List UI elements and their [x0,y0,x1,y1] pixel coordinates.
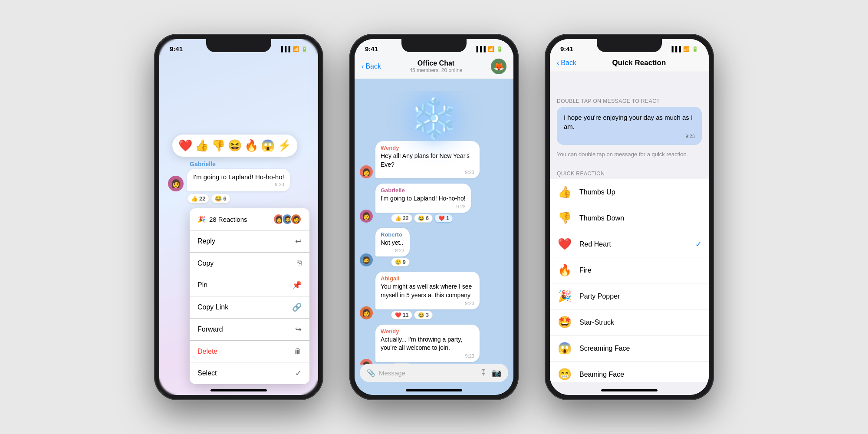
home-indicator-1 [210,389,267,391]
phone-1-screen: 9:41 ▐▐▐ 📶 🔋 ❤️ 👍 👎 😆 🔥 😱 ⚡ [159,39,318,395]
qr-item-beam[interactable]: 😁 Beaming Face [550,362,709,382]
starstruck-label: Star-Struck [579,319,702,326]
qr-item-scream[interactable]: 😱 Screaming Face [550,335,709,362]
chat-avatar-wendy-1: 👩 [360,165,373,178]
reaction-count-2: 6 [223,195,226,202]
qr-content: DOUBLE TAP ON MESSAGE TO REACT I hope yo… [550,91,709,382]
chat-react-count-2-2: 6 [426,215,429,221]
camera-icon[interactable]: 📷 [492,368,501,378]
pin-icon: 📌 [292,280,302,290]
emoji-reaction-bar[interactable]: ❤️ 👍 👎 😆 🔥 😱 ⚡ [172,135,297,157]
react-thumbsdown[interactable]: 👎 [211,139,225,152]
time-1: 9:41 [170,45,183,53]
phone-3-screen: 9:41 ▐▐▐ 📶 🔋 ‹ Back Quick Reaction DOUBL… [550,39,709,395]
chat-text-5: Actually... I'm throwing a party, you're… [381,335,474,352]
qr-header: ‹ Back Quick Reaction [550,55,709,72]
qr-item-starstruck[interactable]: 🤩 Star-Struck [550,309,709,335]
chat-msg-content-1: Wendy Hey all! Any plans for New Year's … [375,141,480,178]
battery-icon-1: 🔋 [301,46,308,52]
menu-item-reply[interactable]: Reply ↩ [190,230,309,253]
chat-bubble-5: Wendy Actually... I'm throwing a party, … [375,325,480,362]
chat-msg-content-4: Abigail You might as well ask where I se… [375,272,480,319]
react-thumbsup[interactable]: 👍 [195,139,209,152]
chat-header: ‹ Back Office Chat 45 members, 20 online… [355,55,513,79]
wifi-icon-3: 📶 [683,46,690,52]
chat-sender-2: Gabrielle [381,187,466,194]
menu-item-copylink[interactable]: Copy Link 🔗 [190,296,309,319]
qr-item-redheart[interactable]: ❤️ Red Heart ✓ [550,231,709,257]
chat-msg-row-5: 👩 Wendy Actually... I'm throwing a party… [360,325,508,365]
thumbsup-label: Thumbs Up [579,188,702,196]
select-icon: ✓ [295,368,302,378]
chat-react-3-1[interactable]: 😢 9 [391,258,410,266]
chat-text-2: I'm going to Lapland! Ho-ho-ho! [381,194,466,203]
qr-item-thumbsup[interactable]: 👍 Thumbs Up [550,179,709,205]
qr-item-party[interactable]: 🎉 Party Popper [550,283,709,309]
status-icons-1: ▐▐▐ 📶 🔋 [279,46,308,52]
phone-2: 9:41 ▐▐▐ 📶 🔋 ‹ Back Office Chat 45 membe… [349,34,519,400]
chat-time-3: 9:23 [381,248,404,253]
reaction-pill-1[interactable]: 👍 22 [187,194,209,204]
menu-item-pin[interactable]: Pin 📌 [190,274,309,296]
chat-avatar[interactable]: 🦊 [491,59,506,74]
beam-emoji: 😁 [557,368,572,381]
chat-messages: ❄️ 👩 Wendy Hey all! Any plans for New Ye… [355,91,513,365]
phone1-content: ❤️ 👍 👎 😆 🔥 😱 ⚡ Gabrielle 👩 I'm going to … [159,39,318,395]
starstruck-emoji: 🤩 [557,316,572,329]
qr-item-fire[interactable]: 🔥 Fire [550,257,709,283]
chat-time-4: 9:23 [381,301,474,306]
chat-avatar-roberto: 🧔 [360,253,373,266]
back-button-2[interactable]: ‹ Back [362,62,381,70]
msg-bubble-wrap: 👩 I'm going to Lapland! Ho-ho-ho! 9:23 [168,169,309,191]
reaction-pill-2[interactable]: 😂 6 [211,194,230,204]
battery-icon-3: 🔋 [692,46,698,52]
menu-label-copy: Copy [197,260,214,267]
reactions-avatars: 👩 🧔 👩 [276,214,302,225]
chat-react-2-3[interactable]: ❤️ 1 [434,214,453,223]
thumbsdown-emoji: 👎 [557,211,572,225]
react-bolt[interactable]: ⚡ [277,139,291,152]
copy-icon: ⎘ [297,259,302,268]
battery-icon-2: 🔋 [496,46,503,52]
menu-label-reply: Reply [197,237,215,245]
redheart-label: Red Heart [579,240,695,248]
chat-text-1: Hey all! Any plans for New Year's Eve? [381,152,474,169]
scream-label: Screaming Face [579,345,702,352]
link-icon: 🔗 [292,302,302,312]
wifi-icon-1: 📶 [293,46,299,52]
audio-icon[interactable]: 🎙 [480,368,487,378]
back-button-3[interactable]: ‹ Back [557,59,576,67]
react-scream[interactable]: 😱 [261,139,275,152]
double-tap-label: DOUBLE TAP ON MESSAGE TO REACT [550,91,709,107]
react-fire[interactable]: 🔥 [244,139,258,152]
chat-sender-5: Wendy [381,328,474,335]
qr-item-thumbsdown[interactable]: 👎 Thumbs Down [550,205,709,231]
reactions-header[interactable]: 🎉 28 Reactions 👩 🧔 👩 [190,208,309,230]
phone-1: 9:41 ▐▐▐ 📶 🔋 ❤️ 👍 👎 😆 🔥 😱 ⚡ [154,34,323,400]
menu-item-select[interactable]: Select ✓ [190,362,309,384]
menu-label-pin: Pin [197,281,207,289]
chat-react-2-1[interactable]: 👍 22 [391,214,412,223]
message-input[interactable]: Message [379,369,476,377]
chat-react-4-1[interactable]: ❤️ 11 [391,311,412,319]
attachment-icon[interactable]: 📎 [367,369,375,377]
react-heart[interactable]: ❤️ [178,139,192,152]
qr-preview-text: I hope you're enjoying your day as much … [564,113,695,131]
context-message-area: Gabrielle 👩 I'm going to Lapland! Ho-ho-… [168,161,309,204]
chat-react-4-2[interactable]: 😂 3 [414,311,433,319]
menu-item-copy[interactable]: Copy ⎘ [190,253,309,274]
msg-time-1: 9:23 [193,182,284,187]
menu-item-delete[interactable]: Delete 🗑 [190,341,309,362]
chat-bubble-3: Roberto Not yet.. 9:23 [375,228,410,257]
context-menu: 🎉 28 Reactions 👩 🧔 👩 Reply ↩ [190,208,309,384]
chat-sender-1: Wendy [381,145,474,151]
chat-input-icons: 🎙 📷 [480,368,501,378]
chat-header-info: Office Chat 45 members, 20 online [381,59,491,73]
menu-item-forward[interactable]: Forward ↪ [190,319,309,341]
react-laugh[interactable]: 😆 [228,139,242,152]
chat-reactions-2: 👍 22 😂 6 ❤️ 1 [391,214,471,223]
chat-bubble-1: Wendy Hey all! Any plans for New Year's … [375,141,480,178]
notch-2 [401,39,467,52]
chat-react-2-2[interactable]: 😂 6 [414,214,433,223]
reaction-count-1: 22 [199,195,205,202]
